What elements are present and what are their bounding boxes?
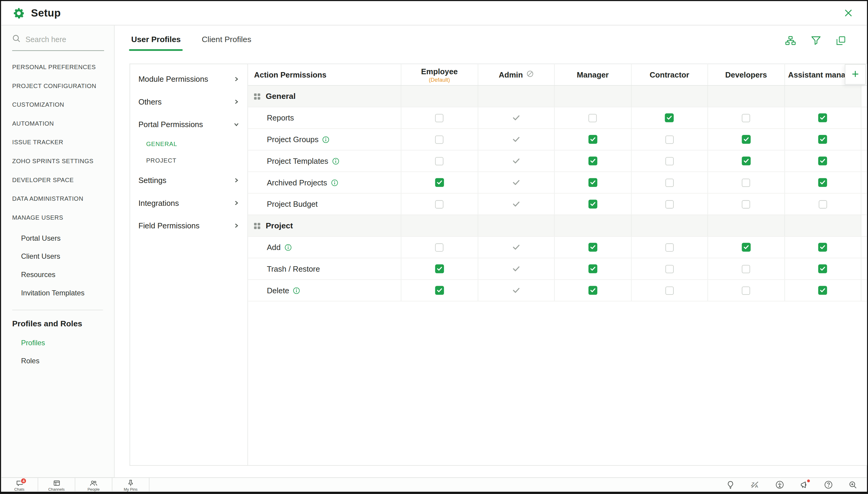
permission-label: Project Budget [267,200,318,208]
module-icon [254,222,261,229]
checkbox-project-templates-contractor[interactable] [665,157,674,165]
checkbox-project-groups-assistant-manager[interactable] [818,135,827,144]
info-icon [322,136,330,143]
checkbox-project-budget-assistant-manager[interactable] [819,200,827,208]
chevron-down-icon [234,121,239,127]
checkbox-add-developers[interactable] [742,243,751,251]
checkbox-trash-restore-employee[interactable] [435,264,444,273]
checkbox-project-budget-employee[interactable] [435,200,444,208]
checkbox-project-templates-employee[interactable] [435,157,444,165]
checkbox-add-contractor[interactable] [665,243,674,251]
sidebar-item-personal-preferences[interactable]: PERSONAL PREFERENCES [1,57,114,76]
checkbox-trash-restore-manager[interactable] [588,264,597,273]
checkbox-project-budget-manager[interactable] [588,200,597,208]
sidebar-item-resources[interactable]: Resources [1,265,114,284]
dock-people[interactable]: People [75,478,112,492]
checkbox-trash-restore-contractor[interactable] [665,265,674,273]
sidebar-item-automation[interactable]: AUTOMATION [1,114,114,133]
zoom-icon[interactable] [849,480,857,489]
tab-client-profiles[interactable]: Client Profiles [201,35,252,51]
search-icon [12,34,20,45]
nav-item-integrations[interactable]: Integrations [130,191,248,214]
checkbox-reports-developers[interactable] [742,114,751,122]
permission-label: Reports [267,113,294,122]
checkbox-archived-projects-manager[interactable] [588,178,597,187]
channels-icon [53,479,60,487]
checkbox-archived-projects-developers[interactable] [742,178,751,187]
nav-item-module-permissions[interactable]: Module Permissions [130,68,248,90]
nav-item-settings[interactable]: Settings [130,169,248,191]
table-row-project-groups: Project Groups [248,129,867,151]
dock-channels[interactable]: Channels [38,478,75,492]
checkbox-add-manager[interactable] [588,243,597,251]
search-box[interactable] [12,34,104,51]
nav-subitem-general[interactable]: GENERAL [130,135,248,152]
checkbox-archived-projects-employee[interactable] [435,178,444,187]
copy-profile-icon[interactable] [836,36,846,45]
checkbox-project-groups-contractor[interactable] [665,135,674,144]
dock-my-pins[interactable]: My Pins [112,478,149,492]
sidebar-item-roles[interactable]: Roles [1,352,114,370]
nav-subitem-project[interactable]: PROJECT [130,152,248,169]
checkbox-delete-employee[interactable] [435,286,444,295]
sidebar-item-portal-users[interactable]: Portal Users [1,229,114,247]
sidebar-item-zoho-sprints-settings[interactable]: ZOHO SPRINTS SETTINGS [1,151,114,170]
sidebar-item-invitation-templates[interactable]: Invitation Templates [1,284,114,302]
dock-chats[interactable]: Chats4 [1,478,38,492]
sidebar-item-project-configuration[interactable]: PROJECT CONFIGURATION [1,76,114,95]
sidebar-item-issue-tracker[interactable]: ISSUE TRACKER [1,133,114,152]
search-input[interactable] [25,36,97,44]
sidebar-item-manage-users[interactable]: MANAGE USERS [1,208,114,227]
add-profile-button[interactable]: + [845,64,866,85]
accessibility-icon[interactable] [776,480,784,489]
profile-view-icon[interactable] [785,36,796,45]
checkbox-project-groups-manager[interactable] [588,135,597,144]
lightbulb-icon[interactable] [726,480,735,489]
whats-new-icon[interactable] [800,480,809,489]
profiles-main: User Profiles Client Profiles Module Per… [114,25,867,477]
checkbox-trash-restore-developers[interactable] [742,265,751,273]
nav-item-portal-permissions[interactable]: Portal Permissions [130,113,248,135]
sidebar-item-customization[interactable]: CUSTOMIZATION [1,95,114,114]
checkbox-archived-projects-assistant-manager[interactable] [818,178,827,187]
checkbox-delete-assistant-manager[interactable] [818,286,827,295]
setup-gear-icon [13,7,24,19]
table-body: GeneralReportsProject GroupsProject Temp… [248,86,867,301]
checkbox-reports-employee[interactable] [435,114,444,122]
filter-icon[interactable] [811,36,821,45]
section-row-general: General [248,86,867,107]
close-icon[interactable] [842,6,855,19]
nav-item-others[interactable]: Others [130,90,248,113]
column-label: Manager [577,70,609,79]
checkbox-project-groups-employee[interactable] [435,135,444,144]
checkbox-project-budget-contractor[interactable] [665,200,674,208]
checkbox-trash-restore-assistant-manager[interactable] [818,264,827,273]
checkbox-project-groups-developers[interactable] [742,135,751,144]
checkbox-reports-manager[interactable] [589,114,597,122]
column-header-contractor: Contractor [631,64,708,86]
permission-label: Delete [267,286,289,295]
checkbox-add-assistant-manager[interactable] [818,243,827,251]
checkbox-project-budget-developers[interactable] [742,200,751,208]
sidebar-item-profiles[interactable]: Profiles [1,334,114,352]
sidebar-item-developer-space[interactable]: DEVELOPER SPACE [1,170,114,189]
help-icon[interactable] [825,480,833,489]
checkbox-reports-assistant-manager[interactable] [818,113,827,122]
checkbox-delete-contractor[interactable] [665,286,674,295]
checkbox-reports-contractor[interactable] [665,113,674,122]
table-row-archived-projects: Archived Projects [248,172,867,193]
sidebar-item-data-administration[interactable]: DATA ADMINISTRATION [1,189,114,208]
nav-item-field-permissions[interactable]: Field Permissions [130,214,248,236]
checkbox-delete-developers[interactable] [742,286,751,295]
checkbox-project-templates-manager[interactable] [588,156,597,165]
sidebar-manage-users-items: Portal UsersClient UsersResourcesInvitat… [1,229,114,302]
sidebar-item-client-users[interactable]: Client Users [1,247,114,266]
checkbox-project-templates-developers[interactable] [742,156,751,165]
checkbox-archived-projects-contractor[interactable] [665,178,674,187]
tab-user-profiles[interactable]: User Profiles [130,35,182,51]
checkbox-delete-manager[interactable] [588,286,597,295]
checkbox-add-employee[interactable] [435,243,444,251]
checkbox-project-templates-assistant-manager[interactable] [818,156,827,165]
translate-icon[interactable]: ZA [751,480,759,489]
notification-dot [807,479,810,482]
